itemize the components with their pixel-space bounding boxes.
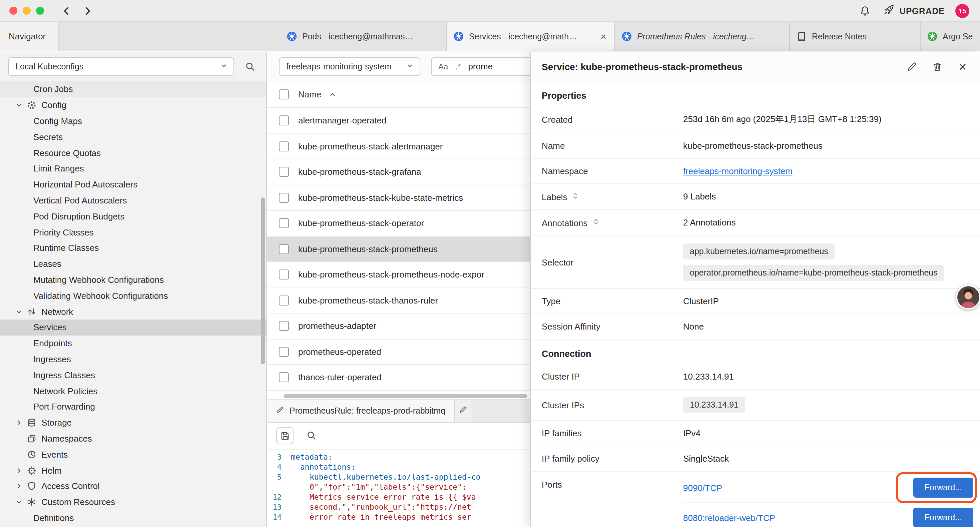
kubeconfig-selector[interactable]: Local Kubeconfigs bbox=[8, 57, 234, 76]
sort-ascending-icon[interactable] bbox=[328, 90, 337, 99]
row-checkbox[interactable] bbox=[279, 296, 289, 306]
row-checkbox[interactable] bbox=[279, 321, 289, 331]
sidebar-item-cron-jobs[interactable]: Cron Jobs bbox=[0, 81, 266, 97]
chevron-down-icon[interactable] bbox=[13, 497, 24, 507]
window-minimize-button[interactable] bbox=[23, 7, 31, 15]
notification-count-badge[interactable]: 15 bbox=[955, 4, 969, 18]
scrollbar-thumb[interactable] bbox=[283, 394, 527, 398]
upgrade-button[interactable]: UPGRADE bbox=[883, 4, 945, 18]
sidebar-item-port-forwarding[interactable]: Port Forwarding bbox=[0, 399, 266, 415]
tab-close-icon[interactable]: × bbox=[599, 31, 608, 42]
sidebar-item-label: Namespaces bbox=[41, 434, 92, 444]
sidebar-item-network[interactable]: Network bbox=[0, 304, 266, 320]
editor-tab-partial[interactable] bbox=[455, 399, 473, 422]
row-checkbox[interactable] bbox=[279, 270, 289, 280]
sidebar-item-horizontal-pod-autoscalers[interactable]: Horizontal Pod Autoscalers bbox=[0, 177, 266, 193]
value-chip: 10.233.14.91 bbox=[683, 397, 745, 413]
tab-release-notes[interactable]: Release Notes bbox=[790, 22, 921, 51]
drawer-close-button[interactable]: × bbox=[956, 60, 969, 73]
sidebar-item-storage[interactable]: Storage bbox=[0, 415, 266, 431]
save-button[interactable] bbox=[276, 427, 294, 444]
port-link[interactable]: 9090/TCP bbox=[683, 482, 722, 493]
select-all-checkbox[interactable] bbox=[279, 89, 289, 99]
editor-search-icon[interactable] bbox=[303, 427, 320, 444]
tab-pods[interactable]: Pods - icecheng@mathmas… bbox=[280, 22, 447, 51]
window-close-button[interactable] bbox=[10, 7, 18, 15]
navigator-panel-header: Navigator bbox=[0, 22, 59, 51]
chevron-right-icon[interactable] bbox=[13, 481, 24, 492]
forward-button[interactable]: Forward... bbox=[913, 478, 973, 498]
property-label: Labels bbox=[542, 191, 683, 202]
row-checkbox[interactable] bbox=[279, 193, 289, 203]
sidebar-item-helm[interactable]: Helm bbox=[0, 462, 266, 478]
sidebar-item-vertical-pod-autoscalers[interactable]: Vertical Pod Autoscalers bbox=[0, 193, 266, 209]
edit-button[interactable] bbox=[905, 60, 919, 73]
expander-icon[interactable] bbox=[571, 191, 580, 202]
sidebar-item-mutating-webhook-configurations[interactable]: Mutating Webhook Configurations bbox=[0, 272, 266, 288]
notifications-bell-icon[interactable] bbox=[857, 3, 873, 19]
row-checkbox[interactable] bbox=[279, 167, 289, 177]
code-text: Metrics service error rate is {{ $va bbox=[291, 492, 476, 502]
chevron-down-icon[interactable] bbox=[13, 306, 24, 317]
line-number: 13 bbox=[267, 502, 291, 512]
row-checkbox[interactable] bbox=[279, 347, 289, 357]
row-checkbox[interactable] bbox=[279, 244, 289, 254]
sidebar-item-access-control[interactable]: Access Control bbox=[0, 478, 266, 494]
tab-prometheus-rules[interactable]: Prometheus Rules - icecheng… bbox=[615, 22, 790, 51]
sidebar-item-custom-resources[interactable]: Custom Resources bbox=[0, 494, 266, 510]
sidebar-search-icon[interactable] bbox=[242, 59, 258, 75]
delete-button[interactable] bbox=[931, 60, 944, 73]
sidebar-item-runtime-classes[interactable]: Runtime Classes bbox=[0, 240, 266, 256]
sidebar-item-leases[interactable]: Leases bbox=[0, 256, 266, 272]
sidebar-toolbar: Local Kubeconfigs bbox=[0, 52, 266, 81]
row-checkbox[interactable] bbox=[279, 218, 289, 228]
chevron-spacer bbox=[13, 433, 24, 444]
editor-tab-prometheusrule[interactable]: PrometheusRule: freeleaps-prod-rabbitmq bbox=[267, 399, 455, 422]
namespace-link[interactable]: freeleaps-monitoring-system bbox=[683, 166, 792, 176]
sidebar-item-endpoints[interactable]: Endpoints bbox=[0, 336, 266, 352]
sidebar-item-pod-disruption-budgets[interactable]: Pod Disruption Budgets bbox=[0, 209, 266, 224]
sidebar-item-priority-classes[interactable]: Priority Classes bbox=[0, 224, 266, 240]
sidebar-item-limit-ranges[interactable]: Limit Ranges bbox=[0, 161, 266, 177]
sidebar-item-validating-webhook-configurations[interactable]: Validating Webhook Configurations bbox=[0, 288, 266, 304]
sidebar-item-namespaces[interactable]: Namespaces bbox=[0, 431, 266, 447]
row-checkbox[interactable] bbox=[279, 116, 289, 126]
sidebar-item-network-policies[interactable]: Network Policies bbox=[0, 383, 266, 399]
tab-argo[interactable]: Argo Se bbox=[921, 22, 980, 51]
sidebar-item-label: Services bbox=[33, 323, 67, 333]
sidebar-item-definitions[interactable]: Definitions bbox=[0, 510, 266, 526]
property-value: 9 Labels bbox=[683, 191, 973, 202]
sidebar-item-events[interactable]: Events bbox=[0, 447, 266, 463]
sidebar-scrollbar[interactable] bbox=[261, 197, 265, 364]
sidebar-item-config-maps[interactable]: Config Maps bbox=[0, 113, 266, 129]
row-checkbox[interactable] bbox=[279, 142, 289, 151]
forward-button[interactable] bbox=[79, 2, 96, 19]
namespace-filter[interactable]: freeleaps-monitoring-system bbox=[279, 57, 420, 76]
sidebar-item-config[interactable]: Config bbox=[0, 97, 266, 113]
port-link[interactable]: 8080:reloader-web/TCP bbox=[683, 513, 775, 523]
row-checkbox[interactable] bbox=[279, 373, 289, 382]
editor-tab-label: PrometheusRule: freeleaps-prod-rabbitmq bbox=[290, 406, 445, 415]
chevron-down-icon[interactable] bbox=[13, 100, 24, 110]
expander-icon[interactable] bbox=[592, 218, 600, 228]
sidebar-item-services[interactable]: Services bbox=[0, 320, 266, 336]
chevron-right-icon[interactable] bbox=[13, 417, 24, 428]
line-number: 4 bbox=[267, 462, 291, 472]
name-column-header[interactable]: Name bbox=[298, 89, 321, 99]
tab-services[interactable]: Services - icecheng@math…× bbox=[447, 22, 615, 51]
sidebar-item-label: Leases bbox=[33, 259, 61, 269]
regex-toggle[interactable]: .* bbox=[455, 62, 461, 71]
match-case-toggle[interactable]: Aa bbox=[438, 62, 448, 71]
sidebar-item-ingress-classes[interactable]: Ingress Classes bbox=[0, 367, 266, 383]
support-avatar[interactable] bbox=[956, 285, 980, 309]
service-name: prometheus-operated bbox=[298, 347, 381, 357]
sidebar-item-secrets[interactable]: Secrets bbox=[0, 129, 266, 145]
sidebar-item-label: Network bbox=[41, 307, 73, 317]
sidebar-item-ingresses[interactable]: Ingresses bbox=[0, 351, 266, 367]
back-button[interactable] bbox=[57, 2, 75, 19]
window-zoom-button[interactable] bbox=[36, 7, 44, 15]
sidebar-item-resource-quotas[interactable]: Resource Quotas bbox=[0, 145, 266, 161]
forward-button[interactable]: Forward... bbox=[913, 508, 973, 527]
chevron-right-icon[interactable] bbox=[13, 465, 24, 476]
property-label: IP family policy bbox=[542, 454, 683, 463]
